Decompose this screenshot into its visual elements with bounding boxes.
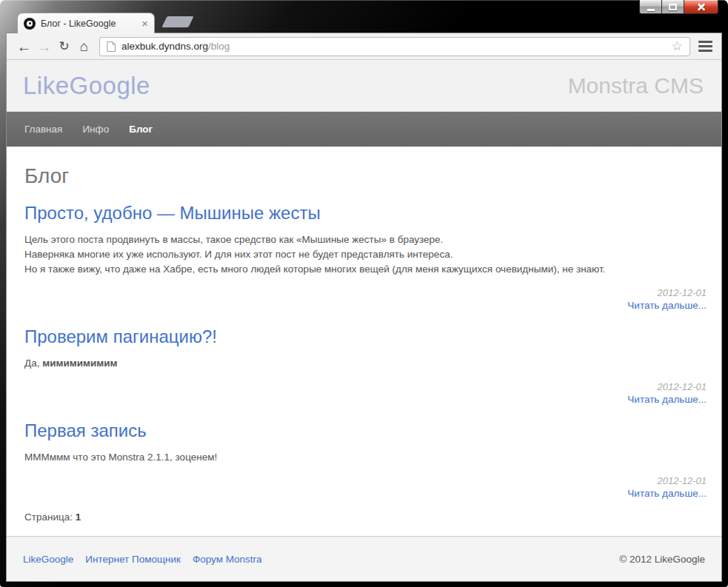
footer-link-internet-pomoshchnik[interactable]: Интернет Помощник	[85, 554, 181, 565]
post-date: 2012-12-01	[24, 475, 707, 486]
post-body-bold: мимимимимим	[42, 358, 117, 369]
read-more-link[interactable]: Читать дальше...	[627, 394, 707, 405]
tab-title: Блог - LikeGoogle	[41, 19, 136, 29]
post-body: МММммм что это Monstra 2.1.1, зоценем!	[24, 450, 707, 465]
post-title-link[interactable]: Просто, удобно — Мышиные жесты	[24, 203, 707, 224]
post-body: Да, мимимимимим	[24, 356, 707, 371]
bookmark-star-icon[interactable]: ☆	[672, 40, 683, 53]
forward-icon[interactable]: →	[34, 39, 54, 54]
nav-item-blog[interactable]: Блог	[129, 124, 153, 135]
new-tab-button[interactable]	[161, 16, 193, 27]
tab-close-icon[interactable]: ×	[141, 18, 148, 29]
nav-item-glavnaya[interactable]: Главная	[24, 124, 62, 135]
read-more-link[interactable]: Читать дальше...	[627, 300, 707, 311]
site-logo[interactable]: LikeGoogle	[23, 72, 150, 100]
blog-post: Просто, удобно — Мышиные жесты Цель этог…	[24, 203, 707, 312]
post-date: 2012-12-01	[24, 287, 707, 298]
pagination: Страница: 1	[24, 511, 707, 523]
footer-link-forum-monstra[interactable]: Форум Monstra	[193, 554, 262, 565]
post-date: 2012-12-01	[24, 381, 707, 392]
close-icon	[697, 3, 706, 11]
home-icon[interactable]: ⌂	[74, 39, 94, 53]
read-more-link[interactable]: Читать дальше...	[627, 488, 707, 499]
titlebar[interactable]: Блог - LikeGoogle ×	[0, 0, 728, 33]
web-page: LikeGoogle Monstra CMS Главная Инфо Блог…	[7, 60, 721, 581]
browser-menu-icon[interactable]	[697, 38, 714, 55]
site-nav: Главная Инфо Блог	[7, 112, 721, 147]
minimize-icon	[647, 9, 655, 11]
footer-link-likegoogle[interactable]: LikeGoogle	[23, 554, 73, 565]
blog-post: Проверим пагинацию?! Да, мимимимимим 201…	[24, 326, 707, 406]
url-text[interactable]: alexbuk.dyndns.org/blog	[121, 41, 666, 52]
copyright-text: © 2012 LikeGoogle	[619, 554, 705, 565]
window-maximize-button[interactable]	[662, 0, 684, 14]
post-body-line: Цель этого поста продвинуть в массы, так…	[24, 232, 707, 247]
blog-post: Первая запись МММммм что это Monstra 2.1…	[24, 420, 707, 500]
url-path: /blog	[208, 41, 230, 52]
post-title-link[interactable]: Проверим пагинацию?!	[24, 326, 707, 347]
url-domain: alexbuk.dyndns.org	[121, 41, 208, 52]
site-tagline: Monstra CMS	[568, 73, 704, 98]
window-minimize-button[interactable]	[639, 0, 662, 14]
site-favicon-icon	[24, 18, 36, 30]
pagination-label: Страница:	[24, 511, 73, 523]
post-body: Цель этого поста продвинуть в массы, так…	[24, 232, 707, 277]
window-close-button[interactable]	[684, 0, 718, 14]
post-body-text: Да,	[24, 358, 42, 369]
page-title: Блог	[24, 164, 707, 188]
back-icon[interactable]: ←	[14, 39, 34, 54]
site-footer: LikeGoogle Интернет Помощник Форум Monst…	[7, 536, 721, 581]
window-controls	[639, 0, 718, 14]
post-meta: 2012-12-01 Читать дальше...	[24, 381, 707, 406]
post-meta: 2012-12-01 Читать дальше...	[24, 475, 707, 500]
post-title-link[interactable]: Первая запись	[24, 420, 707, 441]
window-frame: Блог - LikeGoogle × ← → ↻ ⌂ alexbuk.dynd…	[0, 0, 728, 587]
address-bar[interactable]: alexbuk.dyndns.org/blog ☆	[99, 37, 690, 56]
nav-item-info[interactable]: Инфо	[82, 124, 109, 135]
post-meta: 2012-12-01 Читать дальше...	[24, 287, 707, 312]
browser-tab[interactable]: Блог - LikeGoogle ×	[17, 13, 155, 33]
post-body-line: Но я также вижу, что даже на Хабре, есть…	[24, 262, 707, 277]
maximize-icon	[669, 4, 677, 10]
browser-toolbar: ← → ↻ ⌂ alexbuk.dyndns.org/blog ☆	[7, 33, 721, 60]
post-body-line: Наверняка многие их уже используют. И дл…	[24, 247, 707, 262]
site-header: LikeGoogle Monstra CMS	[7, 60, 721, 112]
main-content: Блог Просто, удобно — Мышиные жесты Цель…	[7, 147, 721, 536]
pagination-current-page: 1	[76, 511, 81, 523]
browser-window: ← → ↻ ⌂ alexbuk.dyndns.org/blog ☆ LikeGo…	[7, 33, 721, 581]
reload-icon[interactable]: ↻	[54, 40, 74, 53]
footer-links: LikeGoogle Интернет Помощник Форум Monst…	[23, 554, 262, 565]
page-icon	[107, 41, 116, 52]
